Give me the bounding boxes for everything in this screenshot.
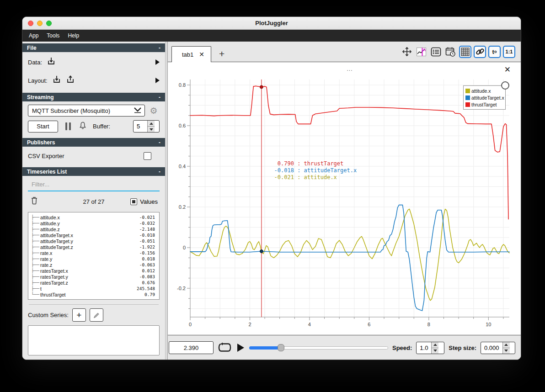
tree-branch-icon: ├──	[31, 280, 39, 285]
gear-icon[interactable]: ⚙	[148, 106, 160, 116]
tracker-readout: 0.790 : thrustTarget-0.018 : attitudeTar…	[274, 160, 357, 181]
timeseries-row[interactable]: ├── attitude.y-0.032	[31, 220, 159, 226]
step-size-spinner[interactable]: 0.000	[481, 342, 515, 354]
loop-icon[interactable]	[218, 342, 232, 354]
timeseries-row[interactable]: ├── attitude.z-2.148	[31, 226, 159, 232]
trash-icon[interactable]	[30, 196, 83, 207]
tree-branch-icon: ├──	[31, 233, 39, 238]
grid-layout-icon[interactable]	[459, 46, 471, 58]
tab-bar: tab1 ✕ + A	[168, 42, 521, 62]
speed-spinner[interactable]: 1.0	[416, 342, 444, 354]
move-icon[interactable]	[401, 46, 413, 58]
timeseries-name: attitudeTarget.z	[40, 244, 73, 250]
save-layout-icon[interactable]	[66, 75, 75, 86]
tree-branch-icon: ├──	[31, 262, 39, 267]
timeseries-name: attitude.y	[40, 221, 60, 226]
legend-entry[interactable]: attitudeTarget.x	[465, 94, 503, 101]
time-offset-icon[interactable]: to	[488, 46, 501, 58]
section-header-streaming[interactable]: Streaming -	[22, 93, 165, 101]
timeseries-name: attitudeTarget.y	[40, 238, 73, 244]
streaming-section: MQTT Subscriber (Mosquitto) ⚙ Start	[22, 101, 165, 136]
speed-increment-button[interactable]	[432, 342, 438, 348]
step-increment-button[interactable]	[503, 342, 510, 348]
bell-icon[interactable]	[78, 121, 87, 132]
buffer-spinner[interactable]: 5	[133, 120, 160, 132]
values-label: Values	[140, 198, 158, 205]
timeline-slider[interactable]	[249, 344, 388, 351]
load-data-icon[interactable]	[47, 57, 56, 68]
tracker-dot-attitudeTarget	[260, 250, 263, 253]
timeseries-name: ratesTarget.x	[40, 268, 68, 274]
tab-tab1[interactable]: tab1 ✕	[171, 46, 211, 62]
section-header-publishers[interactable]: Publishers -	[22, 138, 165, 147]
tree-branch-icon: ├──	[31, 250, 39, 255]
section-header-file[interactable]: File -	[22, 43, 165, 52]
filter-input[interactable]	[28, 179, 160, 191]
buffer-decrement-button[interactable]	[148, 127, 155, 132]
tab-label: tab1	[182, 51, 193, 58]
svg-text:-0.2: -0.2	[177, 286, 186, 291]
load-layout-icon[interactable]	[52, 75, 61, 86]
list-view-icon[interactable]	[430, 46, 442, 58]
legend-swatch	[465, 95, 470, 100]
svg-text:0.6: 0.6	[179, 123, 186, 128]
legend-entry[interactable]: attitude.x	[465, 87, 503, 94]
timeseries-row[interactable]: ├── attitudeTarget.y-0.051	[31, 238, 159, 244]
timeseries-row[interactable]: ├── t245.548	[31, 286, 159, 291]
timeseries-row[interactable]: ├── attitude.x-0.021	[31, 214, 159, 220]
curve-style-icon[interactable]: A	[415, 46, 427, 58]
svg-text:A: A	[423, 48, 426, 52]
collapse-publishers-button[interactable]: -	[159, 139, 160, 146]
timeseries-row[interactable]: ├── rate.y0.018	[31, 256, 159, 262]
timeseries-name: rate.y	[40, 256, 52, 262]
step-decrement-button[interactable]	[503, 348, 510, 354]
plot-legend[interactable]: attitude.xattitudeTarget.xthrustTarget	[463, 85, 506, 110]
custom-series-list[interactable]	[28, 325, 160, 355]
timeseries-row[interactable]: ├── rate.z-0.063	[31, 262, 159, 268]
add-custom-series-button[interactable]: +	[72, 308, 86, 322]
time-field[interactable]	[169, 341, 214, 354]
timeseries-row[interactable]: ├── ratesTarget.z0.676	[31, 280, 159, 286]
menu-tools[interactable]: Tools	[47, 32, 59, 39]
play-button[interactable]	[236, 343, 245, 353]
timeseries-row[interactable]: ├── attitudeTarget.z-1.922	[31, 244, 159, 250]
streaming-source-select[interactable]: MQTT Subscriber (Mosquitto)	[28, 105, 145, 117]
csv-exporter-checkbox[interactable]	[144, 152, 151, 160]
slider-thumb[interactable]	[278, 344, 284, 351]
one-to-one-icon[interactable]: 1:1	[503, 46, 515, 58]
collapse-file-button[interactable]: -	[159, 45, 160, 51]
values-checkbox[interactable]	[130, 198, 137, 205]
titlebar: PlotJuggler	[22, 17, 521, 30]
svg-text:4: 4	[308, 322, 311, 327]
tab-close-icon[interactable]: ✕	[199, 51, 204, 58]
timeseries-row[interactable]: ├── attitudeTarget.x-0.018	[31, 232, 159, 238]
timeseries-value: -0.032	[139, 221, 159, 226]
buffer-increment-button[interactable]	[148, 121, 155, 127]
collapse-streaming-button[interactable]: -	[159, 94, 160, 101]
timeseries-row[interactable]: ├── ratesTarget.x0.012	[31, 268, 159, 274]
timeseries-row[interactable]: ├── rate.x-0.156	[31, 250, 159, 256]
menu-help[interactable]: Help	[68, 32, 79, 39]
timeseries-list[interactable]: ├── attitude.x-0.021├── attitude.y-0.032…	[28, 212, 160, 300]
legend-entry[interactable]: thrustTarget	[465, 101, 503, 108]
timeseries-value: -2.148	[139, 227, 159, 232]
layout-menu-arrow-icon[interactable]	[155, 78, 160, 83]
timeseries-row[interactable]: ├── ratesTarget.y-0.083	[31, 274, 159, 280]
data-menu-arrow-icon[interactable]	[155, 59, 160, 65]
menu-app[interactable]: App	[29, 32, 38, 39]
speed-decrement-button[interactable]	[432, 348, 438, 354]
collapse-timeseries-button[interactable]: -	[159, 169, 160, 175]
start-button[interactable]: Start	[28, 121, 58, 132]
link-icon[interactable]	[474, 46, 486, 58]
edit-custom-series-button[interactable]	[90, 308, 103, 322]
pause-icon[interactable]	[65, 122, 71, 130]
timeseries-row[interactable]: └── thrustTarget0.79	[31, 291, 159, 297]
zoom-reset-circle-icon[interactable]	[501, 81, 509, 90]
new-tab-button[interactable]: +	[215, 46, 229, 62]
section-header-timeseries[interactable]: Timeseries List -	[22, 167, 165, 176]
tree-branch-icon: ├──	[31, 274, 39, 279]
tree-branch-icon: ├──	[31, 227, 39, 232]
datetime-icon[interactable]	[444, 46, 457, 58]
timeseries-name: attitude.x	[40, 215, 60, 220]
speed-value: 1.0	[417, 342, 431, 354]
